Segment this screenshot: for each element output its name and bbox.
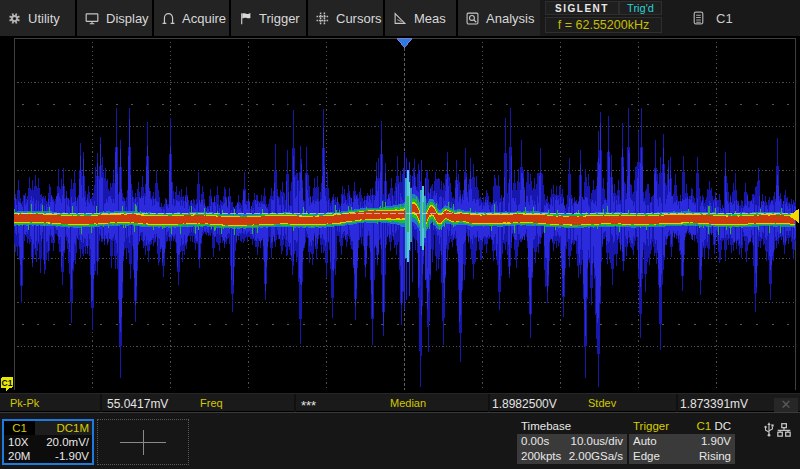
svg-text:C1: C1 bbox=[2, 378, 13, 388]
